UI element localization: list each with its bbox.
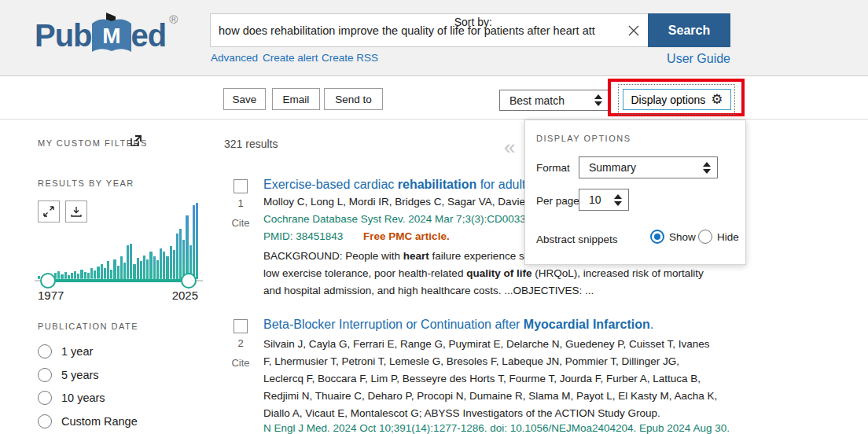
result-2-authors: Silvain J, Cayla G, Ferrari E, Range G, … (263, 336, 718, 422)
format-select-value: Summary (589, 161, 636, 174)
year-bar (176, 234, 178, 279)
year-bar (57, 271, 60, 279)
result-2-cite-button[interactable]: Cite (224, 357, 257, 369)
results-toolbar: Save Email Send to (0, 77, 868, 120)
year-bar (153, 256, 156, 279)
year-bar (140, 261, 142, 279)
pubmed-search-results-page: Pub M ed ® Search Advanced Create alert … (0, 0, 868, 434)
user-guide-wrap: User Guide (0, 52, 730, 66)
results-by-year-chart[interactable] (38, 203, 198, 279)
display-options-panel-title: DISPLAY OPTIONS (536, 134, 631, 143)
year-bar (104, 268, 106, 279)
year-bar (196, 203, 198, 279)
result-2-checkbox[interactable] (234, 319, 248, 333)
clear-search-button[interactable] (619, 13, 648, 47)
sort-by-label: Sort by: (445, 16, 492, 28)
result-2-title-link[interactable]: Beta-Blocker Interruption or Continuatio… (263, 318, 653, 332)
svg-text:M: M (102, 24, 120, 48)
year-bar (166, 256, 168, 279)
radio-button[interactable] (38, 344, 52, 359)
search-input[interactable] (211, 14, 619, 46)
year-bar (173, 250, 175, 279)
pagination-first-icon[interactable]: « (504, 135, 515, 160)
updown-arrows-icon (703, 162, 711, 174)
date-filter-label: Custom Range (61, 414, 138, 429)
radio-button[interactable] (38, 368, 52, 382)
year-bar (179, 229, 182, 279)
gear-icon: ⚙ (711, 93, 723, 106)
year-bar (133, 264, 135, 279)
external-link-icon[interactable] (131, 135, 142, 146)
user-guide-link[interactable]: User Guide (667, 52, 730, 65)
year-bar (193, 205, 195, 279)
abstract-snippets-hide-radio[interactable] (698, 230, 712, 244)
format-select[interactable]: Summary (579, 156, 718, 178)
result-1-pmid: PMID: 38451843 (263, 230, 343, 242)
year-bar (120, 256, 123, 279)
sort-select-value: Best match (509, 94, 565, 107)
header: Pub M ed ® Search Advanced Create alert … (0, 0, 868, 76)
year-bar (130, 244, 132, 279)
hide-radio-label: Hide (717, 231, 739, 243)
year-slider-handle-start[interactable] (40, 273, 56, 289)
display-options-button[interactable]: Display options ⚙ (623, 89, 731, 110)
date-filter-label: 5 years (61, 368, 99, 383)
year-slider-handle-end[interactable] (181, 273, 197, 289)
year-bar (137, 258, 139, 279)
display-options-panel: DISPLAY OPTIONS Format Per page Abstract… (524, 120, 746, 265)
year-start-label: 1977 (38, 289, 64, 302)
year-bar (97, 267, 99, 279)
year-bar (156, 260, 159, 279)
result-1-pmid-row: PMID: 38451843 Free PMC article. (263, 230, 450, 242)
result-1-cite-button[interactable]: Cite (224, 217, 257, 229)
year-bar (117, 266, 120, 279)
radio-button[interactable] (38, 414, 52, 428)
send-to-button[interactable]: Send to (324, 88, 383, 110)
radio-button[interactable] (38, 391, 52, 405)
results-count: 321 results (224, 138, 278, 150)
year-bar (87, 273, 90, 279)
year-bar (149, 252, 152, 279)
result-2-citation: N Engl J Med. 2024 Oct 10;391(14):1277-1… (263, 422, 730, 434)
year-bar (101, 264, 103, 279)
year-bar (80, 270, 83, 279)
date-filter-1-year[interactable]: 1 year (38, 344, 195, 368)
date-filter-custom-range[interactable]: Custom Range (38, 414, 195, 434)
search-button[interactable]: Search (648, 13, 730, 47)
date-filter-5-years[interactable]: 5 years (38, 368, 195, 392)
year-bar (186, 215, 188, 279)
email-button[interactable]: Email (272, 88, 320, 110)
save-button[interactable]: Save (223, 88, 266, 110)
year-bar (110, 270, 112, 279)
abstract-snippets-label: Abstract snippets (536, 234, 618, 245)
year-bar (143, 256, 145, 279)
show-radio-label: Show (669, 231, 696, 243)
year-bar (77, 274, 79, 279)
results-by-year-heading: RESULTS BY YEAR (38, 178, 134, 188)
year-bar (113, 259, 116, 279)
year-end-label: 2025 (151, 289, 198, 302)
format-label: Format (536, 162, 570, 174)
year-bar (84, 272, 86, 279)
year-bar (71, 273, 73, 279)
year-bar (127, 245, 129, 279)
year-bar (163, 252, 165, 279)
close-icon (627, 24, 640, 37)
result-1-free-pmc-label: Free PMC article. (363, 230, 450, 242)
year-bar (170, 246, 172, 279)
result-2-number: 2 (224, 337, 257, 349)
date-filter-10-years[interactable]: 10 years (38, 391, 195, 414)
updown-arrows-icon (594, 94, 602, 106)
date-filter-label: 10 years (61, 391, 105, 406)
year-bar (74, 271, 76, 279)
abstract-snippets-show-radio[interactable] (650, 230, 664, 244)
year-bar (146, 259, 149, 279)
year-bar (123, 263, 126, 279)
result-1-checkbox[interactable] (234, 179, 248, 193)
year-slider-range (48, 279, 189, 282)
per-page-select[interactable]: 10 (579, 189, 629, 211)
per-page-label: Per page (536, 195, 579, 207)
sort-select[interactable]: Best match (499, 90, 609, 111)
publication-date-filter-list: 1 year5 years10 yearsCustom Range (38, 344, 195, 434)
date-filter-label: 1 year (61, 344, 93, 359)
